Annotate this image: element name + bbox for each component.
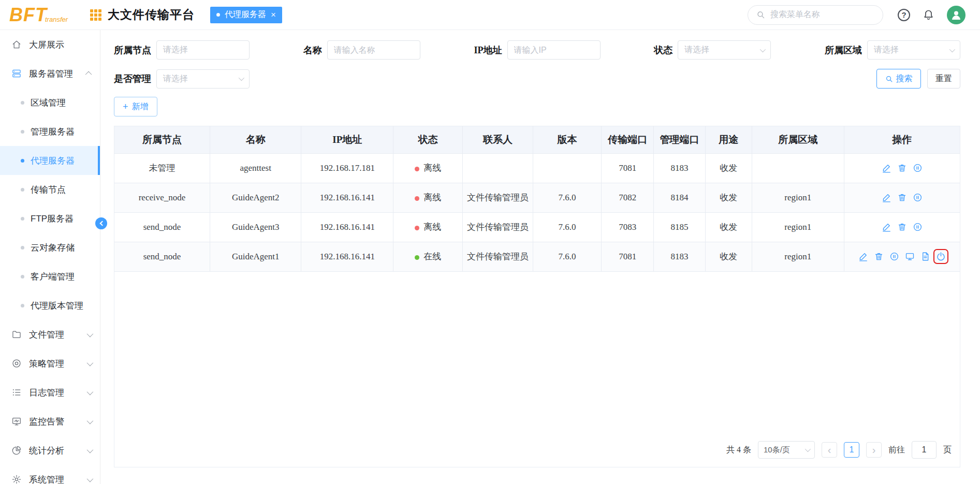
table-row: send_nodeGuideAgent3192.168.16.141离线文件传输… bbox=[114, 212, 960, 242]
next-page-button[interactable]: › bbox=[866, 442, 882, 458]
file-icon bbox=[11, 329, 22, 340]
pause-icon[interactable] bbox=[889, 252, 899, 261]
delete-icon[interactable] bbox=[897, 222, 907, 232]
bullet-icon bbox=[21, 130, 24, 134]
sidebar-collapse-button[interactable] bbox=[95, 217, 107, 229]
servers-table: 所属节点名称IP地址状态联系人版本传输端口管理端口用途所属区域操作 未管理age… bbox=[114, 126, 960, 272]
edit-icon[interactable] bbox=[858, 252, 868, 261]
bullet-icon bbox=[21, 101, 24, 105]
status-cell: 离线 bbox=[393, 183, 463, 212]
transfer-port-cell: 7082 bbox=[602, 183, 654, 212]
document-icon[interactable] bbox=[920, 252, 930, 261]
status-dot-icon bbox=[415, 167, 419, 171]
sidebar-item-statistics-analysis[interactable]: 统计分析 bbox=[0, 436, 100, 465]
filter-ip: IP地址 bbox=[474, 40, 601, 60]
filter-node: 所属节点 请选择 bbox=[114, 40, 250, 60]
delete-icon[interactable] bbox=[897, 163, 907, 173]
table-header-row: 所属节点名称IP地址状态联系人版本传输端口管理端口用途所属区域操作 bbox=[114, 126, 960, 153]
power-icon[interactable] bbox=[936, 252, 946, 261]
sidebar-item-proxy-server[interactable]: 代理服务器 bbox=[0, 146, 100, 175]
tab-active-dot-icon bbox=[216, 13, 220, 17]
apps-grid-icon[interactable] bbox=[90, 9, 101, 21]
tab-close-icon[interactable]: × bbox=[271, 10, 276, 20]
sidebar-item-log-management[interactable]: 日志管理 bbox=[0, 378, 100, 407]
sidebar-nav: 大屏展示服务器管理区域管理管理服务器代理服务器传输节点FTP服务器云对象存储客户… bbox=[0, 30, 100, 484]
sidebar-item-dashboard[interactable]: 大屏展示 bbox=[0, 30, 100, 59]
delete-icon[interactable] bbox=[897, 193, 907, 202]
name-input[interactable] bbox=[327, 40, 420, 60]
transfer-port-cell: 7081 bbox=[602, 153, 654, 183]
managed-select[interactable]: 请选择 bbox=[156, 69, 250, 89]
status-cell: 离线 bbox=[393, 153, 463, 183]
sidebar-item-client-management[interactable]: 客户端管理 bbox=[0, 262, 100, 291]
app-title: 大文件传输平台 bbox=[108, 7, 195, 23]
page-size-select[interactable]: 10条/页 bbox=[758, 441, 815, 459]
sidebar-item-system-management[interactable]: 系统管理 bbox=[0, 465, 100, 484]
sidebar-item-agent-version-management[interactable]: 代理版本管理 bbox=[0, 291, 100, 320]
node-select[interactable]: 请选择 bbox=[156, 40, 250, 60]
logo-text: BFT bbox=[9, 6, 47, 24]
ip-input[interactable] bbox=[507, 40, 601, 60]
sidebar-item-region-management[interactable]: 区域管理 bbox=[0, 88, 100, 117]
node-cell: send_node bbox=[114, 212, 210, 242]
chevron-left-icon bbox=[99, 221, 105, 226]
sidebar-item-server-management[interactable]: 服务器管理 bbox=[0, 59, 100, 88]
bullet-icon bbox=[21, 246, 24, 250]
sidebar-item-management-server[interactable]: 管理服务器 bbox=[0, 117, 100, 146]
transfer-port-cell: 7081 bbox=[602, 242, 654, 271]
search-button[interactable]: 搜索 bbox=[876, 69, 921, 89]
policy-icon bbox=[11, 358, 22, 369]
sidebar-item-cloud-object-storage[interactable]: 云对象存储 bbox=[0, 233, 100, 262]
pause-icon[interactable] bbox=[913, 193, 923, 202]
table-body: 未管理agenttest192.168.17.181离线70818183收发re… bbox=[114, 153, 960, 271]
sidebar-item-file-management[interactable]: 文件管理 bbox=[0, 320, 100, 349]
table-row: 未管理agenttest192.168.17.181离线70818183收发 bbox=[114, 153, 960, 183]
sidebar-item-label: 系统管理 bbox=[29, 474, 80, 484]
bullet-icon bbox=[21, 217, 24, 221]
pause-icon[interactable] bbox=[913, 163, 923, 173]
edit-icon[interactable] bbox=[882, 163, 891, 173]
column-header: IP地址 bbox=[301, 126, 393, 153]
bell-icon[interactable] bbox=[923, 9, 934, 21]
sidebar-item-label: 大屏展示 bbox=[29, 39, 92, 51]
page-1-button[interactable]: 1 bbox=[844, 442, 859, 458]
usage-cell: 收发 bbox=[705, 242, 752, 271]
monitor-icon[interactable] bbox=[905, 252, 915, 261]
bullet-icon bbox=[21, 304, 24, 307]
node-cell: receive_node bbox=[114, 183, 210, 212]
goto-page-input[interactable] bbox=[912, 441, 937, 459]
search-icon bbox=[885, 75, 893, 83]
prev-page-button[interactable]: ‹ bbox=[822, 442, 837, 458]
menu-search-input[interactable]: 搜索菜单名称 bbox=[748, 5, 883, 25]
usage-cell: 收发 bbox=[705, 153, 752, 183]
add-button[interactable]: + 新增 bbox=[114, 97, 157, 116]
status-text: 离线 bbox=[423, 193, 441, 202]
chevron-down-icon bbox=[87, 388, 94, 395]
filter-buttons: 搜索 重置 bbox=[876, 69, 960, 89]
sidebar: 大屏展示服务器管理区域管理管理服务器代理服务器传输节点FTP服务器云对象存储客户… bbox=[0, 30, 100, 484]
reset-button[interactable]: 重置 bbox=[927, 69, 960, 89]
manage-port-cell: 8184 bbox=[654, 183, 706, 212]
filter-region: 所属区域 请选择 bbox=[825, 40, 960, 60]
status-select[interactable]: 请选择 bbox=[678, 40, 771, 60]
column-header: 操作 bbox=[844, 126, 960, 153]
total-count: 共 4 条 bbox=[726, 445, 751, 456]
sidebar-item-ftp-server[interactable]: FTP服务器 bbox=[0, 204, 100, 233]
delete-icon[interactable] bbox=[874, 252, 884, 261]
status-text: 在线 bbox=[423, 252, 441, 261]
help-icon[interactable]: ? bbox=[898, 9, 910, 21]
bullet-icon bbox=[21, 188, 24, 192]
sidebar-item-transfer-node[interactable]: 传输节点 bbox=[0, 175, 100, 204]
pause-icon[interactable] bbox=[913, 222, 923, 232]
table-row: receive_nodeGuideAgent2192.168.16.141离线文… bbox=[114, 183, 960, 212]
tab-proxy-server[interactable]: 代理服务器 × bbox=[210, 7, 282, 23]
edit-icon[interactable] bbox=[882, 222, 891, 232]
sidebar-item-label: 监控告警 bbox=[29, 416, 80, 428]
sidebar-item-policy-management[interactable]: 策略管理 bbox=[0, 349, 100, 378]
column-header: 版本 bbox=[533, 126, 601, 153]
sidebar-item-monitor-alert[interactable]: 监控告警 bbox=[0, 407, 100, 436]
region-select[interactable]: 请选择 bbox=[867, 40, 960, 60]
user-avatar[interactable] bbox=[947, 6, 966, 24]
edit-icon[interactable] bbox=[882, 193, 891, 202]
table-panel: 所属节点名称IP地址状态联系人版本传输端口管理端口用途所属区域操作 未管理age… bbox=[114, 126, 960, 467]
